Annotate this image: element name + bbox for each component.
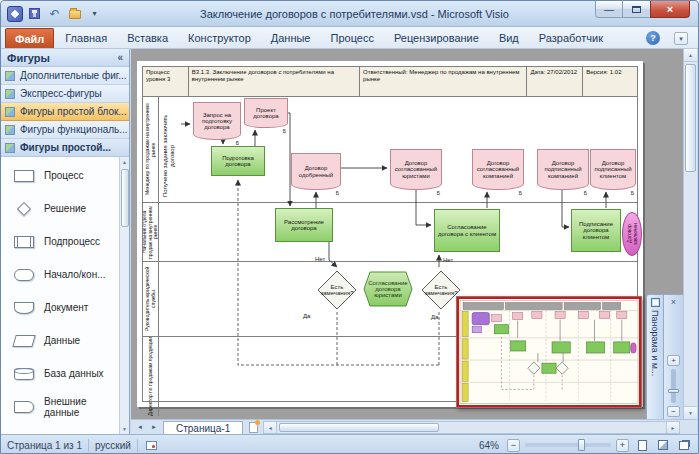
shape-approved-document[interactable]: Договор одобренныйБ: [291, 153, 341, 190]
shape-signing-process[interactable]: Подписание договора клиентом: [571, 209, 621, 252]
pan-zoom-tab[interactable]: Панорама и м...: [646, 294, 664, 419]
shape-item-partial[interactable]: [1, 423, 129, 434]
stencil-item-simple-flowchart[interactable]: Фигуры простой блок...: [1, 103, 129, 121]
switch-windows-button[interactable]: [676, 438, 692, 453]
scroll-up-button[interactable]: ▲: [684, 49, 697, 62]
data-shape-icon: [11, 333, 37, 349]
shape-prepare-process[interactable]: Подготовка договора: [211, 146, 265, 176]
scroll-left-button[interactable]: ◄: [264, 422, 277, 433]
stencil-item-express[interactable]: Экспресс-фигуры: [1, 85, 129, 103]
window-controls: — ×: [595, 1, 690, 18]
decision-shape-icon: [11, 201, 37, 217]
scroll-right-button[interactable]: ►: [666, 422, 679, 433]
shape-item-start-end[interactable]: Начало/кон...: [1, 258, 129, 291]
tab-data[interactable]: Данные: [262, 27, 320, 48]
shape-tag: Б: [631, 191, 634, 196]
shape-tag: Б: [437, 191, 440, 196]
page-prev-button[interactable]: ◄: [133, 421, 147, 434]
vertical-scrollbar[interactable]: ▲ ▼: [683, 49, 697, 419]
shape-remarks1-decision[interactable]: Есть замечания?: [315, 268, 359, 312]
stencil-item-functional[interactable]: Фигуры функциональ...: [1, 121, 129, 139]
collapse-panel-button[interactable]: «: [117, 52, 123, 63]
pan-zoom-slider[interactable]: [671, 369, 676, 403]
shape-signed-client-document[interactable]: Договор подписанный клиентомБ: [590, 149, 636, 190]
tab-file[interactable]: Файл: [5, 28, 54, 48]
close-button[interactable]: ×: [650, 1, 690, 18]
start-end-shape-icon: [11, 267, 37, 283]
titlebar: ↶ ▾ Заключение договоров с потребителями…: [1, 1, 698, 27]
visio-app-icon[interactable]: [7, 6, 23, 22]
expand-ribbon-button[interactable]: ▾: [674, 32, 688, 45]
pan-zoom-minus-button[interactable]: −: [667, 406, 680, 417]
pan-zoom-window-button[interactable]: [655, 438, 671, 453]
scroll-up-button[interactable]: ▲: [122, 157, 127, 167]
status-bar: Страница 1 из 1 русский 64% − +: [1, 434, 698, 454]
tab-review[interactable]: Рецензирование: [385, 27, 488, 48]
tab-developer[interactable]: Разработчик: [530, 27, 612, 48]
pan-zoom-slider-thumb[interactable]: [668, 389, 679, 393]
tab-design[interactable]: Конструктор: [179, 27, 260, 48]
shape-item-decision[interactable]: Решение: [1, 192, 129, 225]
save-button[interactable]: [26, 5, 43, 22]
page-next-button[interactable]: ►: [147, 421, 161, 434]
pan-zoom-view-rectangle[interactable]: [457, 297, 641, 407]
insert-page-button[interactable]: [245, 421, 261, 434]
shape-review-process[interactable]: Рассмотрение договора: [275, 208, 333, 242]
shape-lawyers-agreement-process[interactable]: Согласование договора юристами: [361, 269, 415, 309]
zoom-slider[interactable]: [525, 443, 611, 447]
pan-zoom-close-button[interactable]: ×: [671, 297, 676, 307]
ribbon-tab-bar: Файл Главная Вставка Конструктор Данные …: [1, 27, 698, 49]
tab-view[interactable]: Вид: [490, 27, 528, 48]
shape-item-data[interactable]: Данные: [1, 324, 129, 357]
tab-home[interactable]: Главная: [56, 27, 116, 48]
shape-concluded-end[interactable]: Договор заключен: [622, 212, 642, 256]
tab-insert[interactable]: Вставка: [118, 27, 177, 48]
shape-item-external-data[interactable]: Внешние данные: [1, 390, 129, 423]
shape-item-database[interactable]: База данных: [1, 357, 129, 390]
horizontal-scrollbar-thumb[interactable]: [279, 423, 439, 432]
pan-zoom-window[interactable]: [456, 296, 642, 408]
zoom-in-button[interactable]: +: [616, 439, 629, 452]
shape-agreed-company-document[interactable]: Договор согласованный компаниейБ: [472, 149, 524, 190]
pan-zoom-plus-button[interactable]: +: [667, 355, 680, 366]
insert-page-icon: [249, 422, 258, 433]
shape-item-subprocess[interactable]: Подпроцесс: [1, 225, 129, 258]
shapes-panel-header: Фигуры «: [1, 49, 129, 67]
qat-dropdown-button[interactable]: ▾: [86, 5, 103, 22]
trigger-text[interactable]: Получено задание заключить договор: [161, 113, 177, 199]
shape-item-document[interactable]: Документ: [1, 291, 129, 324]
shape-client-agreement-process[interactable]: Согласование договора с клиентом: [434, 209, 500, 252]
scrollbar-corner: [682, 419, 697, 434]
shape-tag: Б: [283, 129, 286, 134]
minimize-button[interactable]: —: [595, 1, 623, 18]
zoom-level-button[interactable]: 64%: [476, 440, 502, 451]
tab-process[interactable]: Процесс: [322, 27, 383, 48]
vertical-scrollbar-thumb[interactable]: [685, 64, 696, 172]
shape-agreed-lawyers-document[interactable]: Договор согласованный юристамиБ: [390, 149, 442, 190]
undo-button[interactable]: ↶: [46, 5, 63, 22]
shape-draft-document[interactable]: Проект договораБ: [244, 98, 288, 128]
help-button[interactable]: ?: [646, 31, 660, 45]
page-tab[interactable]: Страница-1: [163, 421, 243, 435]
zoom-slider-thumb[interactable]: [578, 439, 585, 451]
page-count-status[interactable]: Страница 1 из 1: [7, 440, 82, 451]
language-status[interactable]: русский: [95, 440, 131, 451]
fit-page-button[interactable]: [634, 438, 650, 453]
shape-request-document[interactable]: Запрос на подготовку договораБ: [193, 102, 241, 140]
horizontal-scrollbar[interactable]: ◄ ►: [263, 421, 680, 434]
open-button[interactable]: [66, 5, 83, 22]
stencil-item-additional[interactable]: Дополнительные фиг...: [1, 67, 129, 85]
shapes-scrollbar-thumb[interactable]: [121, 169, 129, 227]
drawing-canvas[interactable]: Процесс уровня 3 В3.1.3. Заключение дого…: [131, 49, 697, 419]
scroll-down-button[interactable]: ▼: [684, 406, 697, 419]
pan-zoom-controls: × + −: [664, 294, 684, 419]
stencil-icon: [5, 107, 15, 117]
active-stencil-title[interactable]: Фигуры простой...: [1, 139, 129, 157]
shape-item-process[interactable]: Процесс: [1, 159, 129, 192]
macro-record-button[interactable]: [144, 438, 160, 453]
shape-signed-company-document[interactable]: Договор подписанный компаниейБ: [537, 149, 589, 190]
maximize-button[interactable]: [623, 1, 650, 18]
zoom-out-button[interactable]: −: [507, 439, 520, 452]
shapes-scrollbar[interactable]: ▲ ▼: [119, 157, 129, 434]
scroll-down-button[interactable]: ▼: [122, 424, 127, 434]
